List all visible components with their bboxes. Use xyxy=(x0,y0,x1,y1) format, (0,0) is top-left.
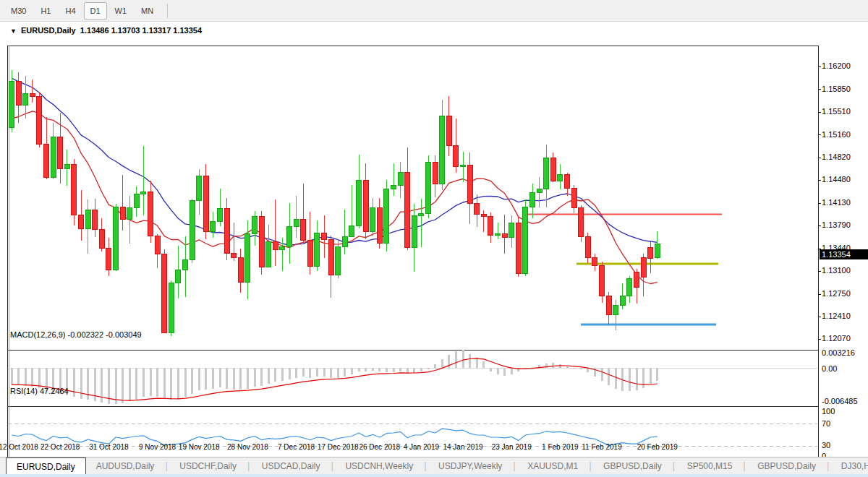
price-axis-label: 1.16200 xyxy=(822,61,851,70)
tab-sp500-m15[interactable]: SP500,M15 xyxy=(677,457,743,475)
price-axis-label: 1.15160 xyxy=(822,130,851,139)
tab-gbpusd-daily-2[interactable]: GBPUSD,Daily xyxy=(747,457,826,475)
chart-ohlc-values: 1.13486 1.13703 1.13317 1.13354 xyxy=(80,26,202,35)
tab-gbpusd-daily[interactable]: GBPUSD,Daily xyxy=(593,457,672,475)
chart-window: ▼EURUSD,Daily 1.13486 1.13703 1.13317 1.… xyxy=(0,22,868,457)
tab-usdcad-daily[interactable]: USDCAD,Daily xyxy=(252,457,331,475)
tab-dj30-h4[interactable]: DJ30,H4 xyxy=(831,457,868,475)
price-axis-label: 1.14820 xyxy=(822,152,851,161)
macd-axis-label: 0.003216 xyxy=(822,348,855,357)
tab-separator: │ xyxy=(742,457,747,475)
price-axis-label: 1.12410 xyxy=(822,311,851,320)
date-axis-label: 20 Feb 2019 xyxy=(637,443,678,451)
chart-canvas[interactable] xyxy=(0,0,868,477)
tab-usdchf-daily[interactable]: USDCHF,Daily xyxy=(169,457,247,475)
tab-eurusd-daily[interactable]: EURUSD,Daily xyxy=(6,457,86,475)
price-axis-label: 1.14480 xyxy=(822,175,851,184)
tab-audusd-daily[interactable]: AUDUSD,Daily xyxy=(86,457,165,475)
date-axis-label: 7 Dec 2018 xyxy=(278,443,315,451)
tab-xauusd-m1[interactable]: XAUUSD,M1 xyxy=(517,457,588,475)
tab-usdjpy-weekly[interactable]: USDJPY,Weekly xyxy=(428,457,512,475)
chart-symbol-label: EURUSD,Daily xyxy=(21,26,76,35)
rsi-axis-label: 30 xyxy=(822,441,830,450)
date-axis-label: 4 Jan 2019 xyxy=(404,443,440,451)
price-axis-label: 1.15850 xyxy=(822,85,851,93)
rsi-indicator-label: RSI(14) 47.2464 xyxy=(10,387,69,395)
tab-separator: │ xyxy=(423,457,428,475)
tab-usdcnh-weekly[interactable]: USDCNH,Weekly xyxy=(335,457,423,475)
price-axis-label: 1.14130 xyxy=(822,198,851,207)
macd-indicator-label: MACD(12,26,9) -0.002322 -0.003049 xyxy=(10,330,142,339)
tab-separator: │ xyxy=(588,457,593,475)
price-axis-label: 1.15510 xyxy=(822,107,851,116)
tab-separator: │ xyxy=(826,457,831,475)
ma-slow-blue-line xyxy=(12,78,658,245)
candles-layer xyxy=(9,70,660,336)
price-axis-ticks xyxy=(818,66,821,339)
rsi-axis-label: 100 xyxy=(822,407,835,416)
date-axis-label: 19 Nov 2018 xyxy=(179,443,220,451)
date-axis-label: 23 Jan 2019 xyxy=(492,443,532,451)
date-axis-label: 31 Oct 2018 xyxy=(89,443,128,451)
rsi-axis-label: 70 xyxy=(822,419,830,428)
date-axis-label: 14 Jan 2019 xyxy=(443,443,482,451)
window-bottom-edge xyxy=(0,474,868,477)
date-axis-label: 9 Nov 2018 xyxy=(139,443,176,451)
current-price-badge: 1.13354 xyxy=(820,249,868,259)
price-axis-label: 1.12070 xyxy=(822,334,851,343)
tab-separator: │ xyxy=(672,457,677,475)
tab-separator: │ xyxy=(331,457,336,475)
trading-terminal-window: M30H1H4D1W1MN ▼EURUSD,Daily 1.13486 1.13… xyxy=(0,0,868,477)
chart-title: ▼EURUSD,Daily 1.13486 1.13703 1.13317 1.… xyxy=(10,26,202,35)
price-axis-label: 1.12750 xyxy=(822,289,851,298)
date-axis-label: 11 Feb 2019 xyxy=(582,443,621,451)
tab-separator: │ xyxy=(164,457,169,475)
macd-axis-label: -0.006485 xyxy=(822,397,858,405)
chart-tab-bar: EURUSD,DailyAUDUSD,Daily│USDCHF,Daily│US… xyxy=(0,457,868,475)
tab-separator: │ xyxy=(247,457,252,475)
date-axis-label: 22 Oct 2018 xyxy=(41,443,80,451)
date-axis-label: 1 Feb 2019 xyxy=(542,443,579,451)
date-axis-label: 28 Nov 2018 xyxy=(227,443,268,451)
date-axis-label: 26 Dec 2018 xyxy=(359,443,400,451)
price-axis-label: 1.13790 xyxy=(822,220,851,229)
collapse-indicator-icon[interactable]: ▼ xyxy=(10,27,17,35)
date-axis-label: 12 Oct 2018 xyxy=(0,443,38,451)
date-axis-label: 17 Dec 2018 xyxy=(318,443,359,451)
price-axis-label: 1.13100 xyxy=(822,266,851,275)
tab-separator: │ xyxy=(512,457,517,475)
macd-histogram xyxy=(11,350,659,404)
macd-axis-label: 0.00 xyxy=(822,364,837,373)
